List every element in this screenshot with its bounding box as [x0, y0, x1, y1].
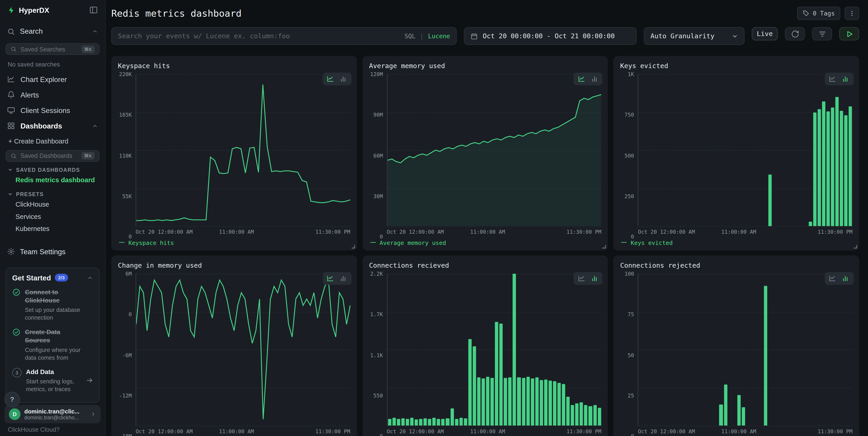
y-axis-label: 110K: [119, 152, 132, 158]
user-name: dominic.tran@clic...: [24, 408, 80, 414]
create-dashboard-button[interactable]: + Create Dashboard: [0, 134, 105, 146]
line-chart-icon[interactable]: [324, 274, 337, 283]
presets-section-header[interactable]: PRESETS: [0, 186, 105, 198]
x-axis-label: 11:00:00 AM: [219, 428, 254, 434]
y-axis-label: 500: [624, 152, 634, 158]
lucene-mode-toggle[interactable]: Lucene: [428, 32, 450, 40]
get-started-step-connect[interactable]: Connect to ClickHouse Set up your databa…: [12, 288, 93, 321]
chevron-down-icon: [8, 167, 13, 172]
chevron-up-icon[interactable]: [92, 28, 98, 35]
get-started-step-add-data[interactable]: 3 Add Data Start sending logs, metrics, …: [12, 368, 93, 393]
user-email: dominic.tran@clickho...: [24, 414, 80, 420]
x-axis-label: Oct 20 12:00:00 AM: [387, 229, 443, 235]
sql-mode-toggle[interactable]: SQL: [404, 32, 415, 40]
user-menu[interactable]: D dominic.tran@clic... dominic.tran@clic…: [4, 405, 101, 423]
y-axis-label: 90M: [373, 112, 383, 118]
sidebar-item-alerts[interactable]: Alerts: [0, 87, 105, 103]
search-icon: [10, 46, 17, 52]
more-options-button[interactable]: [845, 7, 859, 20]
line-chart-icon[interactable]: [324, 74, 337, 84]
run-query-button[interactable]: [839, 27, 859, 40]
date-range-input[interactable]: Oct 20 00:00:00 - Oct 21 00:00:00: [464, 27, 637, 45]
sidebar-item-dashboards[interactable]: Dashboards: [0, 118, 105, 134]
chart-card: Keyspace hits220K165K110K55K0Oct 20 12:0…: [111, 56, 357, 251]
sidebar-item-preset-kubernetes[interactable]: Kubernetes: [0, 223, 105, 235]
search-icon: [10, 153, 17, 159]
bar-chart-icon[interactable]: [338, 74, 350, 84]
chart-plot: 1007550250Oct 20 12:00:00 AM11:00:00 AM1…: [620, 274, 852, 436]
chevron-up-icon[interactable]: [92, 123, 98, 129]
search-section-icon: [7, 28, 15, 35]
sidebar-item-chart-explorer[interactable]: Chart Explorer: [0, 71, 105, 87]
y-axis-label: 25: [628, 393, 634, 399]
sidebar-item-team-settings[interactable]: Team Settings: [0, 244, 105, 260]
get-started-header[interactable]: Get Started 2/3: [12, 273, 93, 282]
main-content: Redis metrics dashboard 0 Tags Search yo…: [106, 0, 868, 436]
line-chart-icon[interactable]: [575, 74, 588, 84]
bell-icon: [7, 91, 15, 99]
y-axis-label: 550: [373, 393, 383, 399]
refresh-button[interactable]: [785, 27, 805, 40]
resize-handle-icon[interactable]: [350, 244, 355, 249]
line-chart-icon[interactable]: [827, 74, 839, 84]
tags-button[interactable]: 0 Tags: [797, 7, 840, 20]
y-axis-label: -18M: [119, 433, 132, 436]
chart-title: Keys evicted: [620, 62, 852, 70]
saved-dashboards-section-header[interactable]: SAVED DASHBOARDS: [0, 162, 105, 174]
saved-searches-input[interactable]: Saved Searches ⌘K: [5, 43, 100, 55]
app-window: HyperDX Search Saved Searches ⌘K No save…: [0, 0, 868, 436]
x-axis-label: Oct 20 12:00:00 AM: [638, 229, 695, 235]
bar-chart-icon[interactable]: [589, 274, 601, 283]
screen: HyperDX Search Saved Searches ⌘K No save…: [0, 0, 868, 436]
y-axis-label: 250: [624, 193, 634, 199]
progress-badge: 2/3: [55, 274, 68, 282]
bar-chart-icon[interactable]: [840, 74, 852, 84]
chart-plot: 6M0-6M-12M-18MOct 20 12:00:00 AM11:00:00…: [118, 274, 350, 436]
filter-button[interactable]: [812, 27, 832, 40]
x-axis-label: 11:30:00 PM: [818, 229, 852, 235]
line-chart-icon[interactable]: [575, 274, 588, 283]
get-started-step-sources[interactable]: Create Data Sources Configure where your…: [12, 328, 93, 361]
collapse-sidebar-icon[interactable]: [89, 6, 98, 14]
y-axis-label: 0: [380, 433, 383, 436]
avatar: D: [9, 408, 21, 420]
chevron-down-icon: [732, 33, 738, 39]
y-axis-label: 220K: [119, 71, 132, 78]
x-axis-label: 11:30:00 PM: [818, 428, 852, 434]
y-axis: 6M0-6M-12M-18M: [118, 274, 136, 436]
app-logo[interactable]: HyperDX: [7, 6, 50, 14]
granularity-select[interactable]: Auto Granularity: [644, 27, 745, 45]
sidebar-item-search[interactable]: Search: [0, 24, 105, 40]
x-axis: Oct 20 12:00:00 AM11:00:00 AM11:30:00 PM: [638, 228, 852, 236]
sidebar-item-preset-services[interactable]: Services: [0, 210, 105, 223]
help-button[interactable]: ?: [4, 392, 20, 407]
sidebar: HyperDX Search Saved Searches ⌘K No save…: [0, 0, 106, 436]
chart-card: Change in memory used6M0-6M-12M-18MOct 2…: [111, 255, 357, 436]
sidebar-item-preset-clickhouse[interactable]: ClickHouse: [0, 198, 105, 210]
y-axis: 220K165K110K55K0: [118, 74, 136, 237]
resize-handle-icon[interactable]: [601, 244, 606, 249]
event-search-input[interactable]: Search your events w/ Lucene ex. column:…: [111, 27, 457, 45]
monitor-icon: [7, 106, 15, 114]
logo-row: HyperDX: [0, 0, 105, 20]
chart-type-toggle: [574, 272, 602, 285]
sidebar-item-client-sessions[interactable]: Client Sessions: [0, 103, 105, 118]
no-saved-searches-text: No saved searches: [0, 55, 105, 69]
chevron-up-icon[interactable]: [87, 275, 93, 281]
charts-grid: Keyspace hits220K165K110K55K0Oct 20 12:0…: [111, 56, 859, 436]
y-axis-label: 0: [631, 433, 634, 436]
y-axis-label: 0: [129, 233, 132, 240]
saved-dashboards-input[interactable]: Saved Dashboards ⌘K: [5, 150, 100, 162]
bar-chart-icon[interactable]: [338, 274, 350, 283]
x-axis-label: 11:00:00 AM: [470, 229, 505, 235]
y-axis: 1007550250: [620, 274, 638, 436]
bar-chart-icon[interactable]: [589, 74, 601, 84]
resize-handle-icon[interactable]: [852, 244, 858, 249]
saved-searches-placeholder: Saved Searches: [21, 46, 65, 52]
shortcut-badge: ⌘K: [81, 45, 95, 53]
bar-chart-icon[interactable]: [840, 274, 852, 283]
chart-type-toggle: [825, 272, 854, 285]
live-button[interactable]: Live: [752, 27, 778, 40]
sidebar-item-redis-dashboard[interactable]: Redis metrics dashboard: [0, 174, 105, 186]
line-chart-icon[interactable]: [827, 274, 839, 283]
